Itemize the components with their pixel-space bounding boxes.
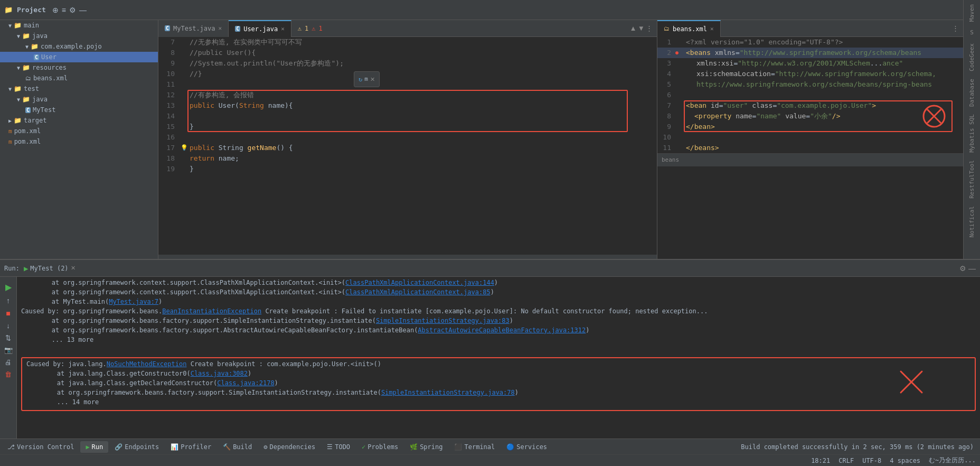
line-num: 7 <box>659 100 675 111</box>
footer-tab-build[interactable]: 🔨 Build <box>218 441 257 453</box>
footer-tab-endpoints[interactable]: 🔗 Endpoints <box>109 441 164 453</box>
line-num: 9 <box>659 122 675 132</box>
chevron-icon: ▼ <box>17 97 20 102</box>
xml-content: </beans> <box>686 143 719 153</box>
console-line: at MyTest.main(MyTest.java:7) <box>21 298 976 307</box>
expand-all-btn[interactable]: ⊕ <box>52 6 59 14</box>
tab-close-btn[interactable]: ✕ <box>281 25 285 32</box>
line-num: 6 <box>659 90 675 100</box>
line-num: 16 <box>161 132 179 143</box>
line-num: 2 <box>659 48 675 58</box>
footer-tab-services[interactable]: 🔵 Services <box>501 441 552 453</box>
footer-tab-dependencies[interactable]: ⚙ Dependencies <box>258 441 321 453</box>
settings-btn[interactable]: ⚙ <box>69 6 76 14</box>
footer-tab-profiler[interactable]: 📊 Profiler <box>165 441 216 453</box>
tree-item-main[interactable]: ▼ 📁 main <box>0 20 158 31</box>
code-line-16: 16 <box>158 132 657 143</box>
xml-tab-beans[interactable]: 🗂 beans.xml ✕ <box>657 20 721 37</box>
chevron-icon: ▼ <box>25 44 29 50</box>
tab-close-btn[interactable]: ✕ <box>219 25 222 32</box>
tab-mytest[interactable]: C MyTest.java ✕ <box>158 20 229 37</box>
error-line-2: at java.lang.Class.getConstructor0(Class… <box>26 370 970 379</box>
footer-tab-terminal[interactable]: ⬛ Terminal <box>449 441 500 453</box>
footer-tab-label: Profiler <box>181 443 211 451</box>
tree-item-mytest[interactable]: C MyTest <box>0 105 158 115</box>
footer-tab-version-control[interactable]: ⎇ Version Control <box>2 441 79 453</box>
right-sidebar-item-restful[interactable]: RestfulTool <box>967 158 976 201</box>
tree-item-target[interactable]: ▶ 📁 target <box>0 115 158 126</box>
more-tabs-btn[interactable]: ⋮ <box>646 24 653 32</box>
right-sidebar-item-notifical[interactable]: Notifical <box>967 204 976 240</box>
footer-tab-label: Services <box>516 443 547 451</box>
code-content: } <box>190 164 194 174</box>
tree-item-test[interactable]: ▼ 📁 test <box>0 83 158 94</box>
project-tree: ▼ 📁 main ▼ 📁 java ▼ 📁 com.example.p <box>0 20 158 259</box>
tab-user[interactable]: C User.java ✕ <box>229 20 291 37</box>
footer-tab-spring[interactable]: 🌿 Spring <box>404 441 448 453</box>
line-num: 15 <box>161 122 179 132</box>
tree-item-resources[interactable]: ▼ 📁 resources <box>0 62 158 73</box>
tree-item-user[interactable]: C User <box>0 52 158 62</box>
run-settings-btn[interactable]: ⚙ <box>959 264 966 273</box>
chevron-icon: ▼ <box>8 23 12 29</box>
run-minimize-btn[interactable]: — <box>968 264 976 273</box>
xml-code-area[interactable]: 1 <?xml version="1.0" encoding="UTF-8"?>… <box>657 37 963 259</box>
right-sidebar-item-mybatis[interactable]: Mybatis SQL <box>967 112 976 155</box>
xml-content: xmlns:xsi="http://www.w3.org/2001/XMLSch… <box>686 58 903 69</box>
run-rerun-btn[interactable]: ↑ <box>5 295 11 306</box>
code-content: //public User(){ <box>190 48 256 58</box>
run-delete-btn[interactable]: 🗑 <box>4 369 13 379</box>
run-stop-btn[interactable]: ■ <box>5 308 11 319</box>
error-box: Caused by: java.lang.NoSuchMethodExcepti… <box>21 357 976 411</box>
right-sidebar-item-database[interactable]: Database <box>967 77 976 109</box>
folder-icon: 📁 <box>22 64 30 71</box>
xml-tab-label: beans.xml <box>673 25 707 33</box>
code-line-13: 13 public User(String name){ <box>158 100 657 111</box>
line-num: 14 <box>161 111 179 122</box>
run-play-btn[interactable]: ▶ <box>4 281 13 293</box>
tree-item-beans-xml[interactable]: 🗂 beans.xml <box>0 73 158 83</box>
line-num: 11 <box>659 143 675 153</box>
minimize-btn[interactable]: — <box>79 6 87 14</box>
tree-item-label: test <box>24 85 39 92</box>
right-sidebar-item-maven[interactable]: Maven <box>967 2 976 24</box>
encoding-status[interactable]: UTF-8 <box>862 457 881 464</box>
xml-tab-bar: 🗂 beans.xml ✕ ⋮ <box>657 20 963 37</box>
xml-content: <?xml version="1.0" encoding="UTF-8"?> <box>686 37 843 48</box>
code-content: public User(String name){ <box>190 100 293 111</box>
right-sidebar-item-s[interactable]: S <box>969 27 975 38</box>
tab-label: User.java <box>243 25 278 33</box>
loading-close[interactable]: ✕ <box>370 76 375 83</box>
line-num: 5 <box>659 79 675 90</box>
footer-tab-problems[interactable]: ✓ Problems <box>356 441 403 453</box>
tree-item-pom2[interactable]: m pom.xml <box>0 136 158 147</box>
console-output[interactable]: at org.springframework.context.support.C… <box>17 277 980 439</box>
tree-item-pom1[interactable]: m pom.xml <box>0 126 158 136</box>
footer-tab-run[interactable]: ▶ Run <box>80 441 108 453</box>
line-num: 7 <box>161 37 179 48</box>
xml-tab-close[interactable]: ✕ <box>710 25 714 32</box>
xml-more-btn[interactable]: ⋮ <box>952 24 959 32</box>
run-tab-close[interactable]: ✕ <box>71 265 76 272</box>
tree-item-test-java[interactable]: ▼ 📁 java <box>0 94 158 105</box>
tree-item-package[interactable]: ▼ 📁 com.example.pojo <box>0 41 158 52</box>
footer-tab-todo[interactable]: ☰ TODO <box>322 441 355 453</box>
spaces-status[interactable]: 4 spaces <box>890 457 920 464</box>
run-debug-btn[interactable]: ↓ <box>5 321 11 331</box>
run-screenshot-btn[interactable]: 📷 <box>3 345 14 355</box>
crlf-status[interactable]: CRLF <box>838 457 854 464</box>
java-tab-icon: C <box>165 25 170 31</box>
collapse-all-btn[interactable]: ≡ <box>62 6 66 14</box>
chevron-icon: ▼ <box>8 86 12 92</box>
tree-item-java[interactable]: ▼ 📁 java <box>0 31 158 41</box>
scroll-down-btn[interactable]: ▼ <box>638 24 645 32</box>
run-filter-btn[interactable]: ⇅ <box>4 333 12 343</box>
code-area[interactable]: ↻ m ✕ 7 //无参构造, 在实例类中可写可不写 <box>158 37 657 259</box>
error-line-3: at java.lang.Class.getDeclaredConstructo… <box>26 379 970 389</box>
profiler-icon: 📊 <box>171 443 178 451</box>
code-line-19: 19 } <box>158 164 657 174</box>
right-sidebar-item-codegeex[interactable]: CodeGeex <box>967 41 976 73</box>
scroll-up-btn[interactable]: ▲ <box>630 24 637 32</box>
run-print-btn[interactable]: 🖨 <box>4 357 13 367</box>
code-line-11: 11 <box>158 79 657 90</box>
